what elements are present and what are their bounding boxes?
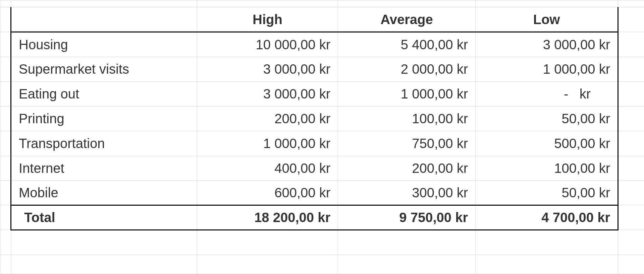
header-average[interactable]: Average <box>338 7 476 32</box>
table-row[interactable] <box>0 255 644 274</box>
cell-avg[interactable]: 1 000,00 kr <box>338 81 476 106</box>
cell-total-high[interactable]: 18 200,00 kr <box>197 205 338 230</box>
cell-low[interactable]: 1 000,00 kr <box>476 57 618 82</box>
cell-low[interactable]: 50,00 kr <box>476 106 618 131</box>
cell-avg[interactable]: 100,00 kr <box>338 106 476 131</box>
table-row-total[interactable]: Total 18 200,00 kr 9 750,00 kr 4 700,00 … <box>0 205 644 230</box>
cell-avg[interactable]: 2 000,00 kr <box>338 57 476 82</box>
budget-table[interactable]: High Average Low Housing 10 000,00 kr 5 … <box>0 0 644 274</box>
cell-low[interactable]: 500,00 kr <box>476 131 618 156</box>
table-row[interactable] <box>0 0 644 7</box>
header-high[interactable]: High <box>197 7 338 32</box>
cell-total-avg[interactable]: 9 750,00 kr <box>338 205 476 230</box>
header-low[interactable]: Low <box>476 7 618 32</box>
cell-high[interactable]: 10 000,00 kr <box>197 32 338 57</box>
dash-value: - kr <box>564 86 591 101</box>
cell-low[interactable]: - kr <box>476 81 618 106</box>
cell-low[interactable]: 3 000,00 kr <box>476 32 618 57</box>
cell-avg[interactable]: 750,00 kr <box>338 131 476 156</box>
table-row[interactable]: Supermarket visits 3 000,00 kr 2 000,00 … <box>0 57 644 82</box>
cell-label[interactable]: Mobile <box>11 181 197 205</box>
table-row[interactable]: Eating out 3 000,00 kr 1 000,00 kr - kr <box>0 81 644 106</box>
table-row[interactable]: High Average Low <box>0 7 644 32</box>
cell-label[interactable]: Transportation <box>11 131 197 156</box>
cell-high[interactable]: 400,00 kr <box>197 156 338 181</box>
cell-high[interactable]: 200,00 kr <box>197 106 338 131</box>
cell-label[interactable]: Housing <box>11 32 197 57</box>
cell-label[interactable]: Printing <box>11 106 197 131</box>
table-row[interactable]: Printing 200,00 kr 100,00 kr 50,00 kr <box>0 106 644 131</box>
cell-high[interactable]: 3 000,00 kr <box>197 57 338 82</box>
table-row[interactable] <box>0 230 644 255</box>
cell-label[interactable]: Eating out <box>11 81 197 106</box>
table-row[interactable]: Internet 400,00 kr 200,00 kr 100,00 kr <box>0 156 644 181</box>
cell-low[interactable]: 100,00 kr <box>476 156 618 181</box>
cell-low[interactable]: 50,00 kr <box>476 181 618 205</box>
cell-label[interactable]: Supermarket visits <box>11 57 197 82</box>
table-row[interactable]: Housing 10 000,00 kr 5 400,00 kr 3 000,0… <box>0 32 644 57</box>
header-category[interactable] <box>11 7 197 32</box>
cell-total-low[interactable]: 4 700,00 kr <box>476 205 618 230</box>
table-row[interactable]: Mobile 600,00 kr 300,00 kr 50,00 kr <box>0 181 644 205</box>
cell-total-label[interactable]: Total <box>11 205 197 230</box>
cell-high[interactable]: 3 000,00 kr <box>197 81 338 106</box>
table-row[interactable]: Transportation 1 000,00 kr 750,00 kr 500… <box>0 131 644 156</box>
spreadsheet-area: High Average Low Housing 10 000,00 kr 5 … <box>0 0 644 274</box>
cell-avg[interactable]: 300,00 kr <box>338 181 476 205</box>
cell-high[interactable]: 600,00 kr <box>197 181 338 205</box>
cell-label[interactable]: Internet <box>11 156 197 181</box>
cell-high[interactable]: 1 000,00 kr <box>197 131 338 156</box>
cell-avg[interactable]: 5 400,00 kr <box>338 32 476 57</box>
cell-avg[interactable]: 200,00 kr <box>338 156 476 181</box>
